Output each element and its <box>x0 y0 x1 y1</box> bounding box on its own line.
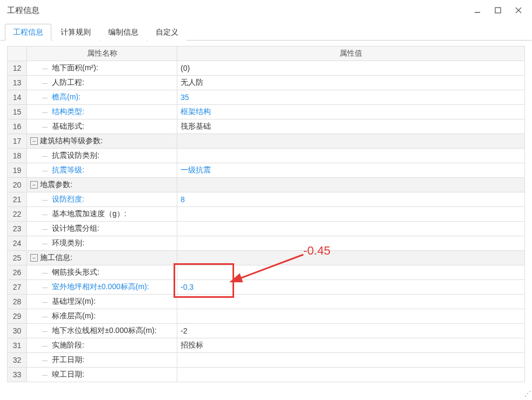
property-value-cell[interactable] <box>177 134 525 149</box>
property-value-cell[interactable]: -2 <box>177 324 525 338</box>
table-row[interactable]: 24⸺环境类别: <box>8 236 525 251</box>
table-row[interactable]: 28⸺基础埋深(m): <box>8 295 525 309</box>
tree-line-icon: ⸺ <box>32 78 49 87</box>
titlebar: 工程信息 <box>1 1 531 20</box>
table-row[interactable]: 14⸺檐高(m):35 <box>8 90 525 105</box>
property-name-cell: ⸺竣工日期: <box>27 368 177 382</box>
property-value-cell[interactable] <box>177 295 525 309</box>
property-value: -2 <box>181 326 187 335</box>
minimize-button[interactable] <box>472 5 483 16</box>
property-value-cell[interactable] <box>177 265 525 280</box>
property-value-cell[interactable] <box>177 207 525 222</box>
property-name: 基础埋深(m): <box>52 297 96 306</box>
property-value-cell[interactable]: (0) <box>177 61 525 76</box>
grid-header: 属性名称 属性值 <box>8 46 525 61</box>
property-value-cell[interactable]: 35 <box>177 90 525 105</box>
table-row[interactable]: 25−施工信息: <box>8 251 525 265</box>
property-value-cell[interactable] <box>177 368 525 382</box>
tree-collapse-icon[interactable]: − <box>30 254 38 262</box>
property-value-cell[interactable] <box>177 251 525 265</box>
property-value: -0.3 <box>181 283 194 291</box>
header-rownum <box>8 46 27 61</box>
row-number: 32 <box>8 353 27 368</box>
tree-collapse-icon[interactable]: − <box>30 181 38 189</box>
property-name-cell: ⸺地下水位线相对±0.000标高(m): <box>27 324 177 338</box>
tab-custom[interactable]: 自定义 <box>148 24 187 41</box>
header-name: 属性名称 <box>27 46 177 61</box>
window: 工程信息 工程信息 计算规则 编制信息 自定义 属性名称 属性值 12⸺地下面积… <box>0 0 532 400</box>
property-name: 地下水位线相对±0.000标高(m): <box>52 326 157 336</box>
property-value-cell[interactable] <box>177 222 525 236</box>
property-value-cell[interactable]: 8 <box>177 192 525 207</box>
property-name-cell: −施工信息: <box>27 251 177 265</box>
property-name: 地震参数: <box>40 180 72 190</box>
property-name-cell: ⸺环境类别: <box>27 236 177 251</box>
property-value-cell[interactable]: 招投标 <box>177 338 525 353</box>
table-row[interactable]: 27⸺室外地坪相对±0.000标高(m):-0.3 <box>8 280 525 295</box>
tree-line-icon: ⸺ <box>32 93 49 102</box>
property-value-cell[interactable]: 框架结构 <box>177 105 525 119</box>
tree-line-icon: ⸺ <box>32 297 49 306</box>
property-value-cell[interactable] <box>177 236 525 251</box>
row-number: 28 <box>8 295 27 309</box>
table-row[interactable]: 21⸺设防烈度:8 <box>8 192 525 207</box>
property-name-cell: ⸺设防烈度: <box>27 192 177 207</box>
table-row[interactable]: 26⸺钢筋接头形式: <box>8 265 525 280</box>
table-row[interactable]: 13⸺人防工程:无人防 <box>8 76 525 90</box>
property-value-cell[interactable] <box>177 309 525 324</box>
property-name-cell: ⸺地下面积(m²): <box>27 61 177 76</box>
tab-calc-rules[interactable]: 计算规则 <box>52 24 99 41</box>
table-row[interactable]: 20−地震参数: <box>8 178 525 192</box>
property-value: 招投标 <box>181 341 203 350</box>
property-name: 抗震设防类别: <box>52 151 99 161</box>
table-row[interactable]: 30⸺地下水位线相对±0.000标高(m):-2 <box>8 324 525 338</box>
property-value-cell[interactable] <box>177 178 525 192</box>
tree-line-icon: ⸺ <box>32 122 49 131</box>
property-value-cell[interactable]: 无人防 <box>177 76 525 90</box>
property-name-cell: ⸺基础形式: <box>27 119 177 134</box>
table-row[interactable]: 15⸺结构类型:框架结构 <box>8 105 525 119</box>
property-name: 地下面积(m²): <box>52 63 98 73</box>
row-number: 31 <box>8 338 27 353</box>
tree-line-icon: ⸺ <box>32 151 49 160</box>
row-number: 18 <box>8 149 27 163</box>
property-name-cell: ⸺基础埋深(m): <box>27 295 177 309</box>
property-name: 设防烈度: <box>52 195 84 204</box>
property-name-cell: ⸺实施阶段: <box>27 338 177 353</box>
table-row[interactable]: 23⸺设计地震分组: <box>8 222 525 236</box>
tree-line-icon: ⸺ <box>32 326 49 335</box>
property-value-cell[interactable]: 一级抗震 <box>177 163 525 178</box>
property-name: 环境类别: <box>52 238 84 248</box>
tree-line-icon: ⸺ <box>32 108 49 116</box>
property-name: 钢筋接头形式: <box>52 268 99 277</box>
property-value-cell[interactable] <box>177 149 525 163</box>
tab-project-info[interactable]: 工程信息 <box>5 24 51 41</box>
property-value-cell[interactable]: -0.3 <box>177 280 525 295</box>
property-value: 无人防 <box>181 78 203 88</box>
row-number: 13 <box>8 76 27 90</box>
maximize-button[interactable] <box>493 5 503 16</box>
property-value-cell[interactable] <box>177 353 525 368</box>
tree-collapse-icon[interactable]: − <box>30 137 38 145</box>
table-row[interactable]: 18⸺抗震设防类别: <box>8 149 525 163</box>
table-row[interactable]: 19⸺抗震等级:一级抗震 <box>8 163 525 178</box>
table-row[interactable]: 16⸺基础形式:筏形基础 <box>8 119 525 134</box>
property-value-cell[interactable]: 筏形基础 <box>177 119 525 134</box>
table-row[interactable]: 32⸺开工日期: <box>8 353 525 368</box>
tab-compile-info[interactable]: 编制信息 <box>100 24 147 41</box>
resize-grip-icon[interactable]: ⋰ <box>524 390 529 397</box>
close-button[interactable] <box>513 5 524 16</box>
table-row[interactable]: 33⸺竣工日期: <box>8 368 525 382</box>
property-name-cell: ⸺钢筋接头形式: <box>27 265 177 280</box>
table-row[interactable]: 31⸺实施阶段:招投标 <box>8 338 525 353</box>
row-number: 30 <box>8 324 27 338</box>
tree-line-icon: ⸺ <box>32 195 49 204</box>
table-row[interactable]: 22⸺基本地震加速度（g）: <box>8 207 525 222</box>
row-number: 12 <box>8 61 27 76</box>
table-row[interactable]: 12⸺地下面积(m²):(0) <box>8 61 525 76</box>
table-row[interactable]: 29⸺标准层高(m): <box>8 309 525 324</box>
property-value: 35 <box>181 93 189 102</box>
table-row[interactable]: 17−建筑结构等级参数: <box>8 134 525 149</box>
property-name: 基础形式: <box>52 122 84 131</box>
tree-line-icon: ⸺ <box>32 224 49 233</box>
